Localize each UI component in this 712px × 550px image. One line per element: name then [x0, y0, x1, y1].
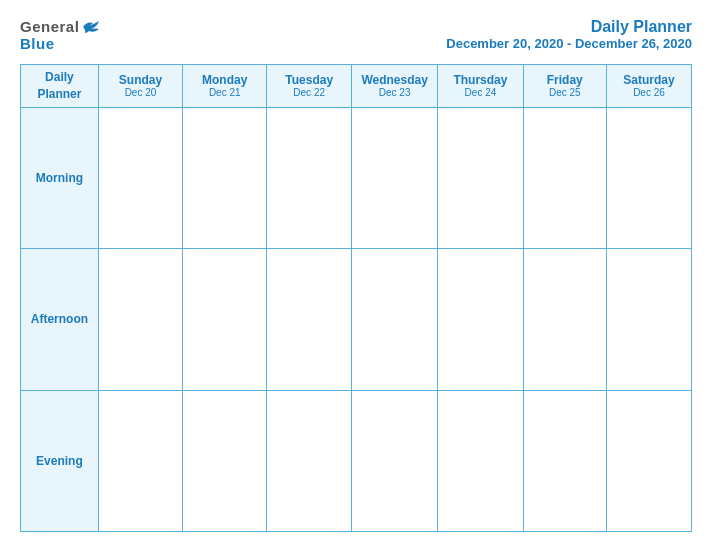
morning-row: Morning [21, 107, 692, 248]
page-title: Daily Planner [446, 18, 692, 36]
logo-general: General [20, 18, 79, 35]
evening-label: Evening [21, 390, 99, 531]
evening-sunday[interactable] [98, 390, 182, 531]
morning-wednesday[interactable] [351, 107, 437, 248]
bird-icon [81, 19, 103, 35]
morning-thursday[interactable] [438, 107, 523, 248]
evening-monday[interactable] [183, 390, 267, 531]
col-header-thursday: Thursday Dec 24 [438, 65, 523, 108]
evening-wednesday[interactable] [351, 390, 437, 531]
evening-friday[interactable] [523, 390, 606, 531]
afternoon-wednesday[interactable] [351, 249, 437, 390]
col-header-friday: Friday Dec 25 [523, 65, 606, 108]
afternoon-saturday[interactable] [606, 249, 691, 390]
col-header-monday: Monday Dec 21 [183, 65, 267, 108]
morning-friday[interactable] [523, 107, 606, 248]
logo-blue: Blue [20, 35, 55, 52]
title-area: Daily Planner December 20, 2020 - Decemb… [446, 18, 692, 51]
morning-tuesday[interactable] [267, 107, 352, 248]
morning-label: Morning [21, 107, 99, 248]
col-header-wednesday: Wednesday Dec 23 [351, 65, 437, 108]
evening-saturday[interactable] [606, 390, 691, 531]
evening-tuesday[interactable] [267, 390, 352, 531]
col-header-saturday: Saturday Dec 26 [606, 65, 691, 108]
afternoon-tuesday[interactable] [267, 249, 352, 390]
logo-area: General Blue [20, 18, 103, 52]
afternoon-friday[interactable] [523, 249, 606, 390]
afternoon-label: Afternoon [21, 249, 99, 390]
page: General Blue Daily Planner December 20, … [0, 0, 712, 550]
calendar-table: Daily Planner Sunday Dec 20 Monday Dec 2… [20, 64, 692, 532]
col-header-tuesday: Tuesday Dec 22 [267, 65, 352, 108]
afternoon-thursday[interactable] [438, 249, 523, 390]
morning-monday[interactable] [183, 107, 267, 248]
afternoon-monday[interactable] [183, 249, 267, 390]
col-header-daily-planner: Daily Planner [21, 65, 99, 108]
evening-row: Evening [21, 390, 692, 531]
page-subtitle: December 20, 2020 - December 26, 2020 [446, 36, 692, 51]
morning-saturday[interactable] [606, 107, 691, 248]
header: General Blue Daily Planner December 20, … [20, 18, 692, 52]
morning-sunday[interactable] [98, 107, 182, 248]
header-row: Daily Planner Sunday Dec 20 Monday Dec 2… [21, 65, 692, 108]
col-header-sunday: Sunday Dec 20 [98, 65, 182, 108]
afternoon-row: Afternoon [21, 249, 692, 390]
afternoon-sunday[interactable] [98, 249, 182, 390]
evening-thursday[interactable] [438, 390, 523, 531]
